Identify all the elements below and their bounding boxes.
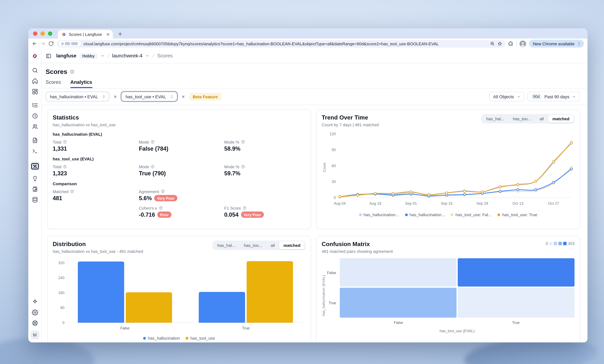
help-icon[interactable] [241,140,245,144]
metric-label: Matched [53,189,69,194]
close-tab-icon[interactable] [106,32,110,37]
sidebar-item-support-lifebuoy[interactable] [30,320,39,326]
sidebar-item-upgrade-sparkle[interactable] [30,299,39,305]
help-icon[interactable] [151,140,155,144]
chrome-profile-avatar[interactable] [519,40,526,47]
back-button[interactable] [32,41,38,46]
segment-matched[interactable]: matched [548,115,574,123]
stat-section-heading: has_tool_use (EVAL) [53,156,306,161]
date-range-short-badge: 90d [531,94,542,100]
svg-text:0: 0 [63,321,64,325]
sidebar-item-evaluators[interactable] [30,175,39,182]
langfuse-favicon-icon [61,32,66,37]
metric-label: Mode % [224,164,239,169]
trend-view-segmented-control: has_hal...has_too...allmatched [481,114,574,124]
heatmap-cell-false-true[interactable] [458,258,575,287]
segment-hastoo[interactable]: has_too... [239,241,266,249]
heatmap-x-axis-label: has_tool_use (EVAL) [340,329,575,333]
segment-hashal[interactable]: has_hal... [482,115,509,123]
sidebar-item-playground[interactable] [30,148,39,154]
svg-text:Aug 04: Aug 04 [334,201,346,205]
metric-label: Cohen's κ [139,206,157,210]
forward-button[interactable] [40,41,46,46]
help-icon[interactable] [70,189,74,193]
date-range-value: Past 90 days [544,94,569,99]
segment-all[interactable]: all [535,115,548,123]
object-type-value: All Objects [493,94,514,99]
legend-dot [359,213,362,216]
scale-swatch [549,242,553,245]
score1-select[interactable]: has_hallucination • EVAL [46,92,110,101]
segment-hastoo[interactable]: has_too... [509,115,535,123]
minimize-window-button[interactable] [41,31,45,36]
heatmap-y-axis-label: has_hallucination (EVAL) [322,258,327,333]
new-tab-button[interactable] [118,31,123,37]
sidebar-item-dashboards[interactable] [30,88,39,95]
address-bar[interactable]: cloud.langfuse.com/project/cmhnuoj660007… [57,40,505,48]
score2-select[interactable]: has_tool_use • EVAL [121,92,177,101]
sidebar-item-tracing[interactable] [30,102,39,109]
sidebar-item-home[interactable] [30,78,39,84]
breadcrumb-separator: / [152,53,155,59]
help-icon[interactable] [241,165,245,169]
metric-matched: Matched481 [53,189,139,201]
help-icon[interactable] [161,189,164,193]
heatmap-color-scale: 0303 [546,241,574,246]
zoom-page-icon[interactable] [490,41,495,46]
sidebar-item-scores[interactable] [30,162,39,171]
help-icon[interactable] [242,206,246,210]
svg-text:0: 0 [334,196,336,200]
close-window-button[interactable] [33,31,38,36]
sidebar-item-annotation[interactable] [30,186,39,192]
reload-button[interactable] [49,41,54,46]
metric-agreement: Agreement5.6%Very Poor [139,189,224,201]
metric-label: Agreement [139,189,159,194]
browser-tab-active[interactable]: Scores | Langfuse [58,30,113,38]
sidebar-toggle-icon[interactable] [46,53,51,59]
segment-hashal[interactable]: has_hal... [213,241,239,249]
sidebar-item-users[interactable] [30,124,39,130]
desktop: Scores | Langfuse cloud.langfuse.com/pro… [0,0,604,364]
statistics-subtitle: has_hallucination vs has_tool_use [53,122,306,127]
project-chevron-down-icon[interactable] [146,54,150,58]
user-avatar[interactable]: M [30,331,39,339]
help-icon[interactable] [63,165,67,169]
sidebar-item-prompts[interactable] [30,137,39,144]
metric-value: -0.716 [139,212,155,218]
sidebar-item-search[interactable] [30,67,39,74]
org-name[interactable]: langfuse [56,53,76,59]
svg-text:Count: Count [322,163,326,172]
extensions-puzzle-icon[interactable] [508,41,514,46]
object-type-select[interactable]: All Objects [489,92,524,101]
sidebar-item-settings-gear[interactable] [30,309,39,316]
tab-scores[interactable]: Scores [46,79,61,88]
heatmap-cell-true-true[interactable] [458,288,575,318]
chrome-update-button[interactable]: New Chrome available [529,40,584,48]
svg-text:30: 30 [332,180,336,184]
info-icon[interactable] [70,70,75,74]
breadcrumb-page: Scores [157,53,173,59]
heatmap-cell-true-false[interactable] [340,288,457,318]
help-icon[interactable] [159,206,163,210]
chrome-menu-icon[interactable] [577,41,581,46]
segment-all[interactable]: all [266,241,279,249]
remove-score1-icon[interactable] [113,95,117,99]
date-range-select[interactable]: 90d Past 90 days [527,92,580,101]
project-name[interactable]: launchweek-4 [112,53,142,59]
sidebar-item-datasets[interactable] [30,197,39,203]
bookmark-star-icon[interactable] [498,41,502,46]
heatmap-cell-false-false[interactable] [340,258,457,287]
site-info-chip[interactable] [59,41,81,46]
org-chevron-down-icon[interactable] [101,54,104,58]
help-icon[interactable] [63,140,67,144]
help-icon[interactable] [151,165,155,169]
trend-subtitle: Count by 7 days | 481 matched [322,122,379,127]
sidebar-item-sessions[interactable] [30,113,39,119]
maximize-window-button[interactable] [48,31,52,36]
remove-score2-icon[interactable] [181,95,185,99]
stat-section: has_hallucination (EVAL)Total1,331ModeFa… [53,132,306,152]
svg-text:80: 80 [60,306,64,310]
tab-analytics[interactable]: Analytics [70,79,92,88]
sidebar-footer [30,299,39,326]
segment-matched[interactable]: matched [279,241,305,249]
